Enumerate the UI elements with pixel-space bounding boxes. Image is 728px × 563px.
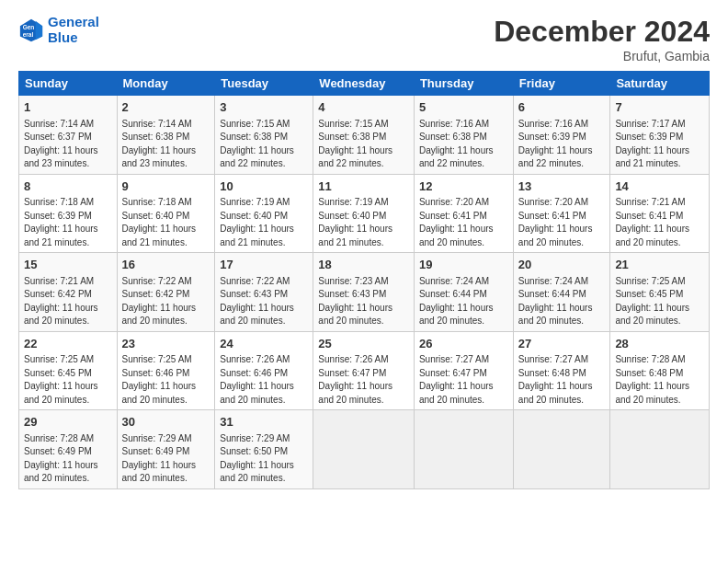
calendar-cell: 4Sunrise: 7:15 AMSunset: 6:38 PMDaylight…: [313, 96, 415, 175]
day-info: Sunrise: 7:29 AMSunset: 6:50 PMDaylight:…: [220, 433, 294, 484]
day-info: Sunrise: 7:24 AMSunset: 6:44 PMDaylight:…: [419, 276, 494, 327]
day-number: 9: [122, 178, 210, 195]
day-number: 31: [220, 414, 308, 431]
calendar-cell: 19Sunrise: 7:24 AMSunset: 6:44 PMDayligh…: [414, 253, 513, 332]
weekday-header-sunday: Sunday: [19, 72, 118, 96]
day-info: Sunrise: 7:27 AMSunset: 6:47 PMDaylight:…: [419, 354, 494, 405]
day-info: Sunrise: 7:25 AMSunset: 6:45 PMDaylight:…: [615, 276, 689, 327]
day-number: 13: [518, 178, 606, 195]
day-info: Sunrise: 7:21 AMSunset: 6:41 PMDaylight:…: [615, 197, 689, 247]
week-row-5: 29Sunrise: 7:28 AMSunset: 6:49 PMDayligh…: [19, 410, 710, 489]
weekday-header-saturday: Saturday: [610, 72, 710, 96]
calendar-cell: 26Sunrise: 7:27 AMSunset: 6:47 PMDayligh…: [414, 331, 513, 410]
day-number: 25: [318, 336, 409, 352]
calendar-cell: 24Sunrise: 7:26 AMSunset: 6:46 PMDayligh…: [215, 331, 313, 410]
day-info: Sunrise: 7:18 AMSunset: 6:40 PMDaylight:…: [122, 197, 197, 247]
day-info: Sunrise: 7:25 AMSunset: 6:46 PMDaylight:…: [122, 354, 197, 405]
calendar-cell: 28Sunrise: 7:28 AMSunset: 6:48 PMDayligh…: [610, 331, 710, 410]
day-info: Sunrise: 7:14 AMSunset: 6:37 PMDaylight:…: [24, 119, 98, 169]
main-title: December 2024: [494, 15, 710, 49]
calendar-cell: [313, 410, 415, 489]
day-number: 1: [24, 99, 112, 116]
day-info: Sunrise: 7:24 AMSunset: 6:44 PMDaylight:…: [518, 276, 593, 327]
calendar-cell: 22Sunrise: 7:25 AMSunset: 6:45 PMDayligh…: [19, 331, 118, 410]
day-number: 22: [24, 336, 112, 352]
calendar-cell: 10Sunrise: 7:19 AMSunset: 6:40 PMDayligh…: [215, 174, 313, 253]
day-number: 12: [419, 178, 508, 195]
day-info: Sunrise: 7:22 AMSunset: 6:43 PMDaylight:…: [220, 276, 294, 327]
logo-icon: Gen eral: [18, 17, 44, 43]
calendar-cell: 11Sunrise: 7:19 AMSunset: 6:40 PMDayligh…: [313, 174, 415, 253]
day-info: Sunrise: 7:26 AMSunset: 6:47 PMDaylight:…: [318, 354, 392, 405]
day-info: Sunrise: 7:28 AMSunset: 6:48 PMDaylight:…: [615, 354, 689, 405]
calendar-body: 1Sunrise: 7:14 AMSunset: 6:37 PMDaylight…: [19, 96, 710, 489]
calendar-cell: [414, 410, 513, 489]
day-info: Sunrise: 7:19 AMSunset: 6:40 PMDaylight:…: [318, 197, 392, 247]
day-number: 21: [615, 257, 704, 273]
day-info: Sunrise: 7:16 AMSunset: 6:39 PMDaylight:…: [518, 119, 593, 169]
day-number: 18: [318, 257, 409, 273]
day-info: Sunrise: 7:20 AMSunset: 6:41 PMDaylight:…: [518, 197, 593, 247]
calendar-cell: 25Sunrise: 7:26 AMSunset: 6:47 PMDayligh…: [313, 331, 415, 410]
day-info: Sunrise: 7:21 AMSunset: 6:42 PMDaylight:…: [24, 276, 98, 327]
logo-line1: General: [48, 15, 99, 30]
calendar-cell: 23Sunrise: 7:25 AMSunset: 6:46 PMDayligh…: [117, 331, 215, 410]
day-info: Sunrise: 7:20 AMSunset: 6:41 PMDaylight:…: [419, 197, 494, 247]
day-number: 20: [518, 257, 606, 273]
day-number: 29: [24, 414, 112, 431]
day-number: 4: [318, 99, 409, 116]
day-info: Sunrise: 7:16 AMSunset: 6:38 PMDaylight:…: [419, 119, 494, 169]
day-info: Sunrise: 7:18 AMSunset: 6:39 PMDaylight:…: [24, 197, 98, 247]
day-info: Sunrise: 7:14 AMSunset: 6:38 PMDaylight:…: [122, 119, 197, 169]
svg-text:eral: eral: [23, 30, 34, 37]
calendar-cell: 8Sunrise: 7:18 AMSunset: 6:39 PMDaylight…: [19, 174, 118, 253]
calendar-cell: 5Sunrise: 7:16 AMSunset: 6:38 PMDaylight…: [414, 96, 513, 175]
calendar-cell: 17Sunrise: 7:22 AMSunset: 6:43 PMDayligh…: [215, 253, 313, 332]
day-info: Sunrise: 7:27 AMSunset: 6:48 PMDaylight:…: [518, 354, 593, 405]
week-row-1: 1Sunrise: 7:14 AMSunset: 6:37 PMDaylight…: [19, 96, 710, 175]
day-info: Sunrise: 7:23 AMSunset: 6:43 PMDaylight:…: [318, 276, 392, 327]
calendar-cell: 12Sunrise: 7:20 AMSunset: 6:41 PMDayligh…: [414, 174, 513, 253]
calendar-cell: 27Sunrise: 7:27 AMSunset: 6:48 PMDayligh…: [513, 331, 610, 410]
day-number: 24: [220, 336, 308, 352]
week-row-2: 8Sunrise: 7:18 AMSunset: 6:39 PMDaylight…: [19, 174, 710, 253]
weekday-header-thursday: Thursday: [414, 72, 513, 96]
day-number: 26: [419, 336, 508, 352]
day-info: Sunrise: 7:15 AMSunset: 6:38 PMDaylight:…: [318, 119, 392, 169]
weekday-header-friday: Friday: [513, 72, 610, 96]
title-block: December 2024 Brufut, Gambia: [494, 15, 710, 63]
header: Gen eral General Blue December 2024 Bruf…: [18, 15, 710, 63]
calendar-cell: 29Sunrise: 7:28 AMSunset: 6:49 PMDayligh…: [19, 410, 118, 489]
calendar-cell: 1Sunrise: 7:14 AMSunset: 6:37 PMDaylight…: [19, 96, 118, 175]
subtitle: Brufut, Gambia: [494, 49, 710, 63]
logo: Gen eral General Blue: [18, 15, 99, 45]
day-number: 23: [122, 336, 210, 352]
day-number: 16: [122, 257, 210, 273]
weekday-header-tuesday: Tuesday: [215, 72, 313, 96]
day-info: Sunrise: 7:29 AMSunset: 6:49 PMDaylight:…: [122, 433, 197, 484]
day-number: 15: [24, 257, 112, 273]
week-row-4: 22Sunrise: 7:25 AMSunset: 6:45 PMDayligh…: [19, 331, 710, 410]
day-info: Sunrise: 7:26 AMSunset: 6:46 PMDaylight:…: [220, 354, 294, 405]
day-info: Sunrise: 7:17 AMSunset: 6:39 PMDaylight:…: [615, 119, 689, 169]
calendar-cell: 7Sunrise: 7:17 AMSunset: 6:39 PMDaylight…: [610, 96, 710, 175]
calendar-table: SundayMondayTuesdayWednesdayThursdayFrid…: [18, 71, 710, 489]
calendar-cell: 20Sunrise: 7:24 AMSunset: 6:44 PMDayligh…: [513, 253, 610, 332]
day-number: 27: [518, 336, 606, 352]
day-number: 2: [122, 99, 210, 116]
logo-text-block: General Blue: [48, 15, 99, 45]
day-info: Sunrise: 7:19 AMSunset: 6:40 PMDaylight:…: [220, 197, 294, 247]
day-info: Sunrise: 7:15 AMSunset: 6:38 PMDaylight:…: [220, 119, 294, 169]
calendar-cell: 21Sunrise: 7:25 AMSunset: 6:45 PMDayligh…: [610, 253, 710, 332]
weekday-header-wednesday: Wednesday: [313, 72, 415, 96]
day-number: 3: [220, 99, 308, 116]
page: Gen eral General Blue December 2024 Bruf…: [0, 0, 728, 563]
logo-line2: Blue: [48, 30, 99, 46]
svg-text:Gen: Gen: [23, 24, 35, 30]
calendar-cell: [610, 410, 710, 489]
calendar-cell: 31Sunrise: 7:29 AMSunset: 6:50 PMDayligh…: [215, 410, 313, 489]
calendar-cell: 18Sunrise: 7:23 AMSunset: 6:43 PMDayligh…: [313, 253, 415, 332]
weekday-header-monday: Monday: [117, 72, 215, 96]
day-info: Sunrise: 7:28 AMSunset: 6:49 PMDaylight:…: [24, 433, 98, 484]
calendar-cell: 2Sunrise: 7:14 AMSunset: 6:38 PMDaylight…: [117, 96, 215, 175]
